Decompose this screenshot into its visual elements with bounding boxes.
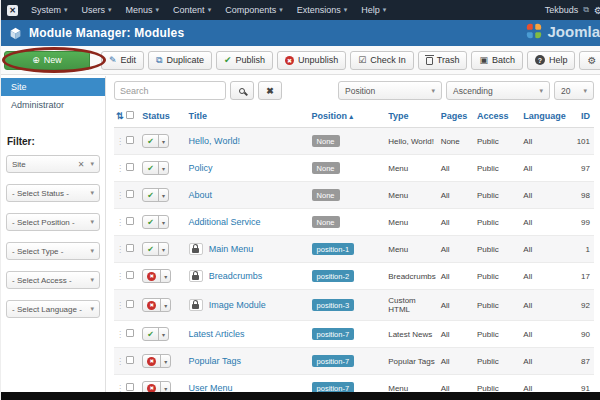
status-published-toggle[interactable]: ▾: [142, 215, 169, 229]
row-checkbox[interactable]: [126, 163, 134, 171]
status-published-toggle[interactable]: ▾: [142, 242, 169, 256]
logged-in-user[interactable]: Tekbuds: [545, 5, 579, 15]
joomla-favicon[interactable]: ✕: [7, 5, 18, 16]
sort-direction-select[interactable]: Ascending ▾: [446, 81, 550, 100]
drag-handle-icon[interactable]: ⋮: [116, 218, 124, 227]
status-unpublished-toggle[interactable]: ▾: [142, 354, 171, 368]
drag-handle-icon[interactable]: ⋮: [116, 301, 124, 310]
row-checkbox[interactable]: [126, 136, 134, 144]
row-checkbox[interactable]: [126, 217, 134, 225]
table-row[interactable]: ⋮ ▾ Popular Tags position-7 Popular Tags…: [114, 348, 594, 375]
drag-handle-icon[interactable]: ⋮: [116, 164, 124, 173]
table-row[interactable]: ⋮ ▾ Main Menu position-1 Menu All Public…: [114, 236, 594, 263]
filter-select-selectlanguage[interactable]: - Select Language - ▾: [6, 300, 100, 318]
module-title-link[interactable]: Policy: [189, 163, 213, 173]
topbar-menu-users[interactable]: Users ▾: [75, 5, 119, 15]
module-title-link[interactable]: Popular Tags: [189, 356, 241, 366]
chevron-down-icon: ▾: [161, 270, 170, 282]
header-language[interactable]: Language: [521, 107, 567, 128]
header-status[interactable]: Status: [140, 107, 186, 128]
topbar-menu-extensions[interactable]: Extensions ▾: [290, 5, 355, 15]
header-position[interactable]: Position ▴: [310, 107, 387, 128]
filter-select-selecttype[interactable]: - Select Type - ▾: [6, 242, 100, 260]
header-access[interactable]: Access: [475, 107, 521, 128]
list-limit-select[interactable]: 20 ▾: [554, 81, 594, 100]
status-published-toggle[interactable]: ▾: [142, 188, 169, 202]
batch-button[interactable]: Batch: [471, 51, 523, 70]
ordering-sort-icon[interactable]: ⇅: [114, 107, 124, 128]
search-input[interactable]: [114, 81, 226, 100]
status-published-toggle[interactable]: ▾: [142, 134, 169, 148]
new-button[interactable]: New: [4, 51, 90, 70]
drag-handle-icon[interactable]: ⋮: [116, 330, 124, 339]
trash-button[interactable]: Trash: [418, 51, 468, 70]
position-badge: None: [312, 135, 340, 147]
row-checkbox[interactable]: [126, 329, 134, 337]
module-title-link[interactable]: Additional Service: [189, 217, 261, 227]
row-checkbox[interactable]: [126, 383, 134, 391]
topbar-menu-menus[interactable]: Menus ▾: [119, 5, 167, 15]
filter-select-selectposition[interactable]: - Select Position - ▾: [6, 213, 100, 231]
header-type[interactable]: Type: [386, 107, 438, 128]
filter-select-selectaccess[interactable]: - Select Access - ▾: [6, 271, 100, 289]
table-row[interactable]: ⋮ ▾ Latest Articles position-7 Latest Ne…: [114, 321, 594, 348]
header-id[interactable]: ID: [568, 107, 594, 128]
topbar-menu-components[interactable]: Components ▾: [218, 5, 290, 15]
topbar-menu-system[interactable]: System ▾: [24, 5, 75, 15]
header-title[interactable]: Title: [187, 107, 310, 128]
sort-by-select[interactable]: Position ▾: [338, 81, 442, 100]
topbar-menu-help[interactable]: Help ▾: [354, 5, 393, 15]
status-unpublished-toggle[interactable]: ▾: [142, 381, 171, 392]
row-checkbox[interactable]: [126, 244, 134, 252]
table-row[interactable]: ⋮ ▾ User Menu position-7 Menu All Public…: [114, 375, 594, 393]
module-title-link[interactable]: Main Menu: [209, 244, 254, 254]
drag-handle-icon[interactable]: ⋮: [116, 272, 124, 281]
row-checkbox[interactable]: [126, 356, 134, 364]
content-body: Site Administrator Filter: Site ✕ ▾ - Se…: [1, 76, 600, 392]
table-row[interactable]: ⋮ ▾ Breadcrumbs position-2 Breadcrumbs A…: [114, 263, 594, 290]
edit-button[interactable]: Edit: [101, 51, 144, 70]
site-filter-select[interactable]: Site ✕ ▾: [6, 155, 100, 173]
help-button[interactable]: Help: [527, 51, 576, 70]
clear-search-button[interactable]: [258, 81, 282, 100]
type-cell: Popular Tags: [386, 348, 438, 375]
duplicate-button[interactable]: Duplicate: [148, 51, 212, 70]
publish-button[interactable]: Publish: [216, 51, 273, 70]
status-unpublished-toggle[interactable]: ▾: [142, 298, 171, 312]
table-row[interactable]: ⋮ ▾ Image Module position-3 Custom HTML …: [114, 290, 594, 321]
row-checkbox[interactable]: [126, 271, 134, 279]
filter-select-selectstatus[interactable]: - Select Status - ▾: [6, 184, 100, 202]
check-in-button[interactable]: Check In: [350, 51, 414, 70]
drag-handle-icon[interactable]: ⋮: [116, 137, 124, 146]
sidebar-item-administrator[interactable]: Administrator: [1, 96, 105, 114]
status-unpublished-toggle[interactable]: ▾: [142, 269, 171, 283]
drag-handle-icon[interactable]: ⋮: [116, 357, 124, 366]
status-icon: [147, 272, 156, 281]
module-title-link[interactable]: User Menu: [189, 383, 233, 392]
options-button[interactable]: Options: [579, 51, 600, 70]
module-title-link[interactable]: Breadcrumbs: [209, 271, 263, 281]
drag-handle-icon[interactable]: ⋮: [116, 384, 124, 393]
unpublish-button[interactable]: Unpublish: [277, 51, 346, 70]
table-row[interactable]: ⋮ ▾ About None Menu All Public All 98: [114, 182, 594, 209]
sidebar-item-site[interactable]: Site: [1, 78, 105, 96]
drag-handle-icon[interactable]: ⋮: [116, 191, 124, 200]
module-title-link[interactable]: Latest Articles: [189, 329, 245, 339]
module-title-link[interactable]: Hello, World!: [189, 136, 240, 146]
module-title-link[interactable]: About: [189, 190, 213, 200]
table-row[interactable]: ⋮ ▾ Additional Service None Menu All Pub…: [114, 209, 594, 236]
search-button[interactable]: [230, 81, 254, 100]
clear-filter-icon[interactable]: ✕: [78, 160, 85, 169]
header-pages[interactable]: Pages: [439, 107, 475, 128]
table-row[interactable]: ⋮ ▾ Hello, World! None Hello, World! Non…: [114, 128, 594, 155]
status-published-toggle[interactable]: ▾: [142, 161, 169, 175]
status-published-toggle[interactable]: ▾: [142, 327, 169, 341]
drag-handle-icon[interactable]: ⋮: [116, 245, 124, 254]
table-row[interactable]: ⋮ ▾ Policy None Menu All Public All 97: [114, 155, 594, 182]
topbar-menu-content[interactable]: Content ▾: [166, 5, 218, 15]
row-checkbox[interactable]: [126, 300, 134, 308]
gear-icon[interactable]: ⚙: [594, 5, 600, 16]
module-title-link[interactable]: Image Module: [209, 300, 266, 310]
row-checkbox[interactable]: [126, 190, 134, 198]
select-all-checkbox[interactable]: [126, 111, 134, 119]
